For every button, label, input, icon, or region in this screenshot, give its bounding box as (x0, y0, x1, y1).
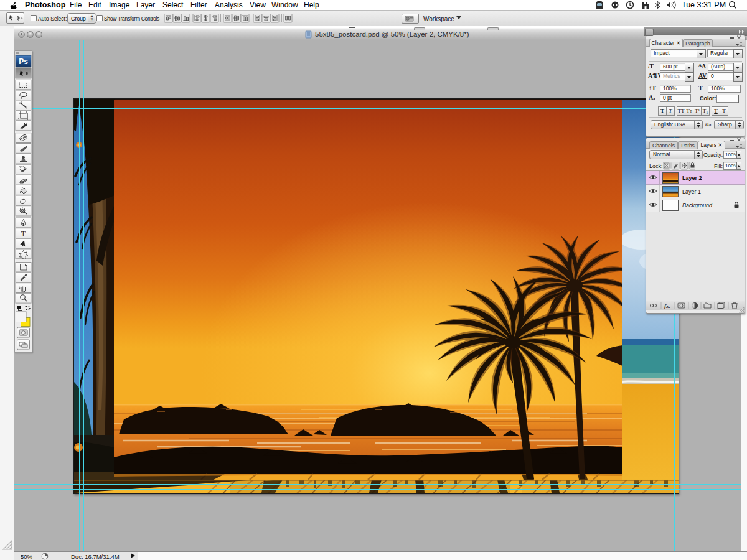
svg-text:fx.: fx. (664, 303, 670, 309)
svg-text:Ps: Ps (19, 57, 28, 66)
svg-text:Tue 3:31 PM: Tue 3:31 PM (682, 1, 726, 9)
svg-text:T: T (21, 230, 26, 238)
